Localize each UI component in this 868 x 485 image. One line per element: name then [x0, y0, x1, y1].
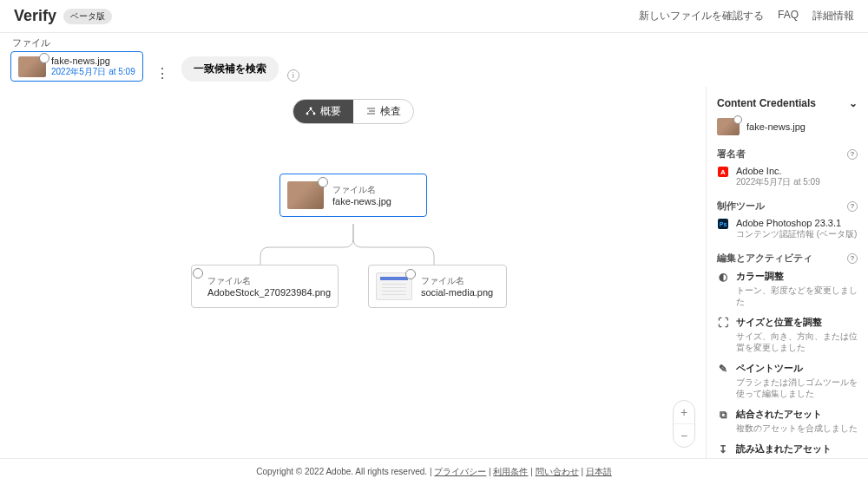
main: 概要 検査 ファイル名 fake-news.jpg — [0, 87, 868, 458]
activity-imported-title: 読み込まれたアセット — [736, 442, 832, 456]
node-child-1[interactable]: ファイル名 AdobeStock_270923984.png — [191, 265, 339, 308]
file-info: fake-news.jpg 2022年5月7日 at 5:09 — [51, 56, 135, 77]
tree-icon — [306, 106, 316, 118]
activity-size-title: サイズと位置を調整 — [736, 316, 822, 329]
tab-overview-label: 概要 — [320, 104, 341, 119]
info-icon[interactable]: ? — [847, 149, 858, 160]
filebar-wrapper: ファイル — [0, 33, 868, 51]
privacy-link[interactable]: プライバシー — [434, 467, 486, 476]
node-root-thumbnail — [287, 181, 324, 209]
view-tabs: 概要 検査 — [293, 99, 414, 124]
header-left: Verify ベータ版 — [14, 7, 112, 25]
sidebar-header[interactable]: Content Credentials ⌄ — [717, 97, 858, 109]
zoom-in-button[interactable]: + — [674, 401, 694, 424]
activity-size-desc: サイズ、向き、方向、または位置を変更しました — [736, 331, 858, 353]
node-child-2[interactable]: ファイル名 social-media.png — [368, 265, 507, 308]
node-child-2-name: social-media.png — [421, 286, 493, 298]
filebar: fake-news.jpg 2022年5月7日 at 5:09 ⋮ 一致候補を検… — [0, 51, 868, 87]
node-child-2-label: ファイル名 — [421, 275, 493, 286]
file-card[interactable]: fake-news.jpg 2022年5月7日 at 5:09 — [10, 51, 143, 82]
signer-title: 署名者 — [717, 147, 746, 161]
adobe-icon: A — [718, 167, 728, 177]
list-icon — [365, 106, 376, 118]
node-child-1-info: ファイル名 AdobeStock_270923984.png — [207, 275, 331, 298]
info-badge-icon — [405, 269, 416, 279]
svg-point-2 — [312, 112, 315, 115]
terms-link[interactable]: 利用条件 — [493, 467, 528, 476]
info-icon[interactable]: ? — [847, 253, 858, 264]
contact-link[interactable]: 問い合わせ — [536, 467, 579, 476]
svg-point-0 — [309, 107, 312, 109]
activity-color: ◐カラー調整 トーン、彩度などを変更しました — [717, 270, 858, 307]
zoom-control: + − — [673, 400, 695, 448]
tool-title: 制作ツール — [717, 200, 765, 213]
activity-imported: ↧読み込まれたアセット 画像やビデオなどを追加しました — [717, 442, 858, 458]
info-icon[interactable]: i — [287, 69, 299, 82]
sidebar-title: Content Credentials — [717, 97, 816, 109]
activity-paint-desc: ブラシまたは消しゴムツールを使って編集しました — [736, 377, 858, 399]
header: Verify ベータ版 新しいファイルを確認する FAQ 詳細情報 — [0, 0, 868, 33]
node-child-1-name: AdobeStock_270923984.png — [207, 286, 331, 298]
sidebar-file: fake-news.jpg — [717, 118, 858, 135]
resize-icon: ⛶ — [717, 317, 729, 329]
node-child-2-info: ファイル名 social-media.png — [421, 275, 493, 298]
activity-combined-desc: 複数のアセットを合成しました — [736, 423, 858, 434]
tool-section: 制作ツール ? Ps Adobe Photoshop 23.3.1 コンテンツ認… — [717, 200, 858, 239]
tab-inspect[interactable]: 検査 — [353, 100, 413, 123]
node-child-2-thumbnail — [376, 272, 412, 300]
paint-icon: ✎ — [717, 363, 729, 375]
file-date: 2022年5月7日 at 5:09 — [51, 67, 135, 77]
file-thumbnail — [18, 56, 46, 77]
footer: Copyright © 2022 Adobe. All rights reser… — [0, 458, 868, 485]
copyright: Copyright © 2022 Adobe. All rights reser… — [256, 467, 427, 476]
activities-section: 編集とアクティビティ ? ◐カラー調整 トーン、彩度などを変更しました ⛶サイズ… — [717, 252, 858, 458]
file-name: fake-news.jpg — [51, 56, 135, 67]
tab-inspect-label: 検査 — [380, 104, 401, 119]
svg-point-1 — [306, 112, 308, 115]
node-root-info: ファイル名 fake-news.jpg — [332, 184, 391, 207]
combine-icon: ⧉ — [717, 409, 729, 421]
node-root-label: ファイル名 — [332, 184, 391, 195]
info-icon[interactable]: ? — [847, 201, 858, 212]
connectors — [0, 87, 706, 458]
tab-overview[interactable]: 概要 — [293, 100, 353, 123]
beta-badge: ベータ版 — [63, 9, 112, 24]
import-icon: ↧ — [717, 443, 729, 456]
photoshop-icon: Ps — [718, 219, 728, 229]
signer-name: Adobe Inc. — [736, 166, 820, 176]
signer-date: 2022年5月7日 at 5:09 — [736, 176, 820, 187]
canvas[interactable]: 概要 検査 ファイル名 fake-news.jpg — [0, 87, 707, 458]
faq-link[interactable]: FAQ — [778, 9, 799, 23]
activity-color-title: カラー調整 — [736, 270, 784, 283]
activity-combined-title: 結合されたアセット — [736, 408, 822, 421]
node-root[interactable]: ファイル名 fake-news.jpg — [279, 174, 427, 217]
activity-combined: ⧉結合されたアセット 複数のアセットを合成しました — [717, 408, 858, 434]
chevron-down-icon: ⌄ — [849, 97, 858, 109]
details-link[interactable]: 詳細情報 — [812, 9, 854, 23]
zoom-out-button[interactable]: − — [681, 424, 687, 447]
activity-paint: ✎ペイントツール ブラシまたは消しゴムツールを使って編集しました — [717, 362, 858, 399]
color-adjust-icon: ◐ — [717, 271, 729, 283]
info-badge-icon — [193, 268, 203, 279]
node-child-1-label: ファイル名 — [207, 275, 331, 286]
info-badge-icon — [318, 177, 328, 187]
activity-paint-title: ペイントツール — [736, 362, 803, 375]
activity-color-desc: トーン、彩度などを変更しました — [736, 285, 858, 307]
activity-size: ⛶サイズと位置を調整 サイズ、向き、方向、または位置を変更しました — [717, 316, 858, 353]
search-match-button[interactable]: 一致候補を検索 — [181, 56, 279, 82]
sidebar-file-thumbnail — [717, 118, 740, 135]
node-root-name: fake-news.jpg — [332, 195, 391, 207]
more-button[interactable]: ⋮ — [152, 65, 173, 82]
header-right: 新しいファイルを確認する FAQ 詳細情報 — [639, 9, 854, 23]
lang-link[interactable]: 日本語 — [586, 467, 612, 476]
activities-title: 編集とアクティビティ — [717, 252, 812, 265]
logo: Verify — [14, 7, 56, 25]
signer-section: 署名者 ? A Adobe Inc. 2022年5月7日 at 5:09 — [717, 147, 858, 187]
new-file-link[interactable]: 新しいファイルを確認する — [639, 9, 764, 23]
sidebar: Content Credentials ⌄ fake-news.jpg 署名者 … — [707, 87, 868, 458]
filebar-label: ファイル — [12, 36, 858, 49]
sidebar-file-name: fake-news.jpg — [746, 121, 806, 132]
tool-sub: コンテンツ認証情報 (ベータ版) — [736, 228, 857, 239]
tool-name: Adobe Photoshop 23.3.1 — [736, 218, 857, 228]
